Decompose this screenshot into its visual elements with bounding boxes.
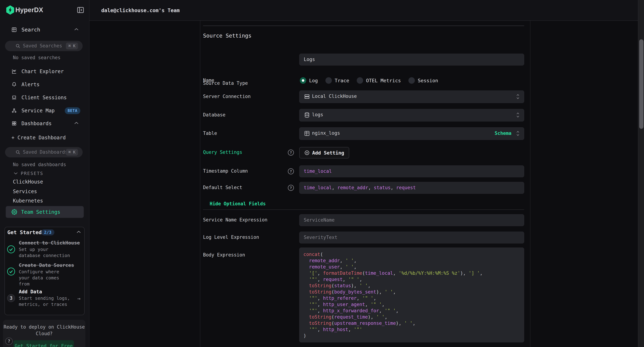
sidebar-item-alerts[interactable]: Alerts	[0, 80, 90, 90]
sidebar-item-dashboards[interactable]: Dashboards	[0, 118, 90, 128]
default-select-label: Default Select	[203, 185, 242, 190]
radio-session[interactable]: Session	[408, 77, 438, 84]
hide-optional-fields-link[interactable]: Hide Optional Fields	[210, 201, 266, 206]
name-input[interactable]: Logs	[299, 54, 524, 66]
sidebar-item-chart-explorer[interactable]: Chart Explorer	[0, 66, 90, 76]
table-select[interactable]: nginx_logs Schema	[299, 127, 524, 140]
table-value: nginx_logs	[312, 130, 340, 136]
table-icon	[304, 130, 310, 136]
help-tooltip-icon[interactable]: ?	[288, 168, 294, 174]
shortcut-badge: ⌘ K	[66, 42, 78, 49]
radio-label: Log	[309, 78, 318, 83]
radio-icon	[326, 77, 332, 84]
saved-dashboards-placeholder: Saved Dashboards	[23, 149, 68, 155]
help-button[interactable]: ?	[5, 338, 13, 345]
radio-log[interactable]: Log	[300, 77, 318, 84]
saved-searches-input[interactable]: Saved Searches ⌘ K	[5, 41, 83, 51]
server-connection-select[interactable]: Local ClickHouse	[299, 90, 524, 103]
no-saved-searches-text: No saved searches	[13, 55, 60, 60]
source-data-type-label: Source Data Type	[203, 80, 248, 86]
sidebar-item-services[interactable]: Services	[13, 188, 37, 194]
database-label: Database	[203, 112, 226, 118]
topbar: dale@clickhouse.com's Team	[90, 0, 644, 21]
query-settings-label: Query Settings	[203, 150, 242, 155]
get-started-panel: Get Started 2/3 Connect to ClickHouse Se…	[4, 227, 84, 315]
cloud-promo-text: Ready to deploy on ClickHouse	[3, 324, 85, 330]
sidebar-item-label: Service Map	[22, 108, 54, 114]
logo-row: HyperDX	[0, 5, 90, 15]
scrollbar-thumb[interactable]	[639, 39, 644, 129]
body-expression-editor[interactable]: concat( remote_addr, ' ', remote_user, '…	[299, 248, 524, 342]
beta-badge: BETA	[65, 107, 80, 114]
help-tooltip-icon[interactable]: ?	[288, 150, 294, 156]
sidebar-item-service-map[interactable]: Service Map BETA	[0, 106, 90, 116]
progress-badge: 2/3	[41, 229, 54, 236]
radio-trace[interactable]: Trace	[326, 77, 349, 84]
sidebar-item-team-settings[interactable]: Team Settings	[6, 206, 84, 218]
server-icon	[304, 94, 310, 100]
get-started-title: Get Started	[7, 229, 42, 236]
chevron-up-icon	[74, 122, 79, 125]
step-complete-icon	[7, 268, 15, 276]
search-section-label: Search	[22, 27, 40, 33]
section-divider	[203, 210, 524, 210]
search-icon	[16, 44, 20, 48]
server-connection-value: Local ClickHouse	[312, 94, 357, 99]
collapse-sidebar-icon[interactable]	[76, 6, 85, 15]
chevron-updown-icon	[516, 93, 520, 100]
section-divider	[203, 26, 524, 26]
dashboards-icon	[12, 121, 17, 126]
get-started-free-button[interactable]: Get Started for Free	[14, 340, 74, 347]
default-select-input[interactable]: time_local, remote_addr, status, request	[299, 182, 524, 194]
radio-otel-metrics[interactable]: OTEL Metrics	[357, 77, 401, 84]
hyperdx-logo-icon	[6, 5, 14, 15]
source-settings-form: Source Settings Name Logs Source Data Ty…	[203, 21, 524, 347]
step-description: Configure where your data comes from	[19, 269, 72, 287]
chevron-updown-icon	[516, 130, 520, 137]
radio-icon	[357, 77, 363, 84]
service-name-expression-input[interactable]: ServiceName	[299, 214, 524, 226]
step-description: Start sending logs, metrics, or traces	[19, 295, 72, 308]
sidebar-item-clickhouse[interactable]: ClickHouse	[13, 179, 43, 185]
timestamp-column-input[interactable]: time_local	[299, 166, 524, 177]
default-select-value: time_local, remote_addr, status, request	[304, 185, 416, 190]
radio-selected-icon	[300, 77, 306, 84]
scrollbar-track[interactable]	[638, 0, 644, 347]
step-title: Add Data	[19, 289, 42, 294]
chevron-up-icon	[74, 28, 79, 31]
service-map-icon	[12, 108, 17, 113]
service-name-expression-label: Service Name Expression	[203, 217, 268, 222]
database-icon	[304, 112, 310, 118]
radio-label: Session	[418, 78, 438, 83]
database-select[interactable]: logs	[299, 109, 524, 122]
timestamp-column-label: Timestamp Column	[203, 168, 248, 174]
source-data-type-radios: Log Trace OTEL Metrics Session	[300, 77, 438, 84]
cloud-promo-text: Cloud?	[3, 330, 85, 337]
gear-icon	[12, 209, 17, 215]
sidebar-section-search[interactable]: Search	[0, 24, 90, 34]
step-complete-icon	[7, 246, 15, 253]
schema-button[interactable]: Schema	[495, 130, 512, 136]
step-title: Connect to ClickHouse	[19, 240, 80, 246]
panel-left-border	[200, 21, 200, 347]
search-section-icon	[12, 27, 17, 32]
team-settings-label: Team Settings	[21, 209, 60, 215]
body-expression-label: Body Expression	[203, 252, 245, 258]
sidebar-item-label: Alerts	[22, 82, 40, 88]
no-saved-dashboards-text: No saved dashboards	[13, 162, 66, 167]
sidebar-item-label: Dashboards	[22, 120, 52, 126]
chevron-up-icon[interactable]	[76, 230, 81, 234]
create-dashboard-button[interactable]: + Create Dashboard	[12, 135, 66, 140]
laptop-icon	[12, 95, 17, 100]
add-setting-label: Add Setting	[312, 150, 344, 156]
log-level-expression-input[interactable]: SeverityText	[299, 232, 524, 244]
arrow-right-icon[interactable]: →	[77, 295, 80, 302]
plus-circle-icon	[304, 150, 310, 156]
help-tooltip-icon[interactable]: ?	[288, 185, 294, 191]
add-setting-button[interactable]: Add Setting	[299, 147, 349, 158]
saved-searches-placeholder: Saved Searches	[23, 43, 62, 48]
log-level-expression-label: Log Level Expression	[203, 234, 259, 240]
saved-dashboards-input[interactable]: Saved Dashboards ⌘ K	[5, 147, 83, 158]
sidebar-item-kubernetes[interactable]: Kubernetes	[13, 198, 43, 204]
sidebar-item-client-sessions[interactable]: Client Sessions	[0, 92, 90, 102]
